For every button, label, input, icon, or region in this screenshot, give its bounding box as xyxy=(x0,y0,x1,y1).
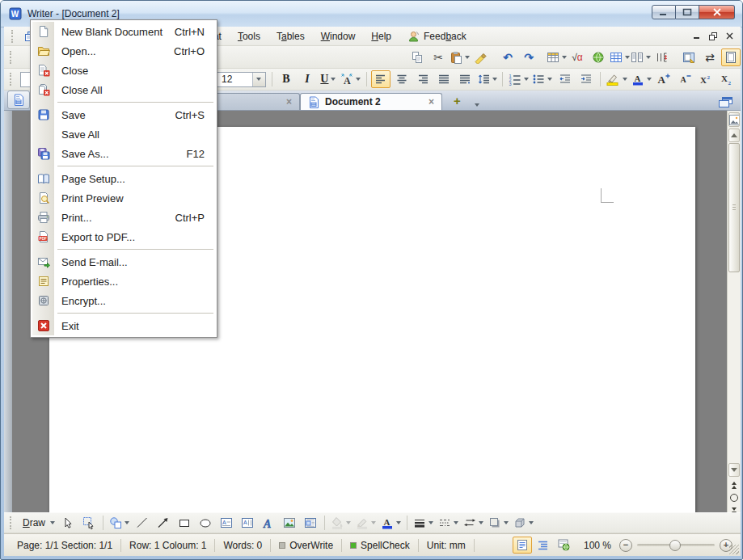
ellipse-button[interactable] xyxy=(196,514,215,532)
dash-style-button[interactable] xyxy=(437,514,460,532)
tab-document-2[interactable]: Document 2 × xyxy=(300,93,442,110)
redo-button[interactable]: ↷ xyxy=(519,48,538,66)
undo-button[interactable]: ↶ xyxy=(498,48,517,66)
tab-close-icon[interactable]: × xyxy=(428,97,434,107)
page-layout-button[interactable] xyxy=(721,48,741,66)
decrease-indent-button[interactable] xyxy=(555,70,575,88)
menu-item-close[interactable]: Close xyxy=(31,61,217,80)
draw-font-color-button[interactable]: A xyxy=(379,514,403,532)
select-browse-object-button[interactable] xyxy=(728,491,740,504)
minimize-button[interactable] xyxy=(652,5,676,19)
toolbar-grip[interactable] xyxy=(10,516,15,529)
text-wrap-button[interactable] xyxy=(301,514,320,532)
zoom-slider[interactable] xyxy=(637,544,715,546)
arrow-button[interactable] xyxy=(154,514,173,532)
textbox-button[interactable]: A xyxy=(217,514,236,532)
menu-item-encrypt[interactable]: Encrypt... xyxy=(31,291,217,310)
bullets-button[interactable] xyxy=(531,70,554,88)
maximize-button[interactable] xyxy=(676,5,699,19)
next-page-button[interactable] xyxy=(728,504,740,512)
menu-item-open[interactable]: Open...Ctrl+O xyxy=(31,41,217,61)
paste-button[interactable] xyxy=(450,48,469,66)
outline-view-button[interactable] xyxy=(534,537,553,554)
menu-item-print[interactable]: Print...Ctrl+P xyxy=(31,208,217,227)
shapes-button[interactable] xyxy=(108,514,131,532)
document-list-button[interactable] xyxy=(7,91,30,109)
line-color-button[interactable] xyxy=(354,514,378,532)
scrollbar-thumb[interactable] xyxy=(728,143,740,272)
menu-item-close-all[interactable]: Close All xyxy=(31,80,217,99)
bold-button[interactable]: B xyxy=(277,70,296,88)
arrow-style-button[interactable] xyxy=(462,514,485,532)
previous-page-button[interactable] xyxy=(728,478,740,491)
scrollbar-options-button[interactable] xyxy=(728,112,740,127)
menu-item-properties[interactable]: Properties... xyxy=(31,272,217,291)
draw-menu-button[interactable]: Draw xyxy=(19,514,57,532)
menu-item-save-all[interactable]: Save All xyxy=(31,124,217,144)
preview-pane-button[interactable] xyxy=(679,48,699,66)
numbering-button[interactable]: 123 xyxy=(507,70,530,88)
line-style-button[interactable] xyxy=(412,514,435,532)
columns-button[interactable] xyxy=(631,48,650,66)
justify-button[interactable] xyxy=(434,70,454,88)
vertical-scrollbar[interactable] xyxy=(727,111,741,512)
zoom-out-button[interactable]: − xyxy=(619,539,632,552)
text-effects-button[interactable]: A xyxy=(340,70,362,88)
status-unit[interactable]: Unit: mm xyxy=(419,539,475,552)
rectangle-button[interactable] xyxy=(175,514,194,532)
tab-close-icon[interactable]: × xyxy=(286,97,292,107)
menu-item-export-to-pdf[interactable]: PDFExport to PDF... xyxy=(31,227,217,246)
status-spellcheck[interactable]: SpellCheck xyxy=(342,539,419,552)
toolbar-grip[interactable] xyxy=(11,30,17,43)
font-size-combo[interactable]: 12 xyxy=(217,72,266,87)
vertical-textbox-button[interactable]: A xyxy=(238,514,257,532)
tab-stops-button[interactable] xyxy=(652,48,671,66)
status-words[interactable]: Words: 0 xyxy=(215,539,271,552)
menu-help[interactable]: Help xyxy=(364,28,399,44)
web-view-button[interactable] xyxy=(555,537,574,554)
combo-dropdown-button[interactable] xyxy=(252,73,265,86)
menu-tables[interactable]: Tables xyxy=(269,28,312,44)
status-page[interactable]: Page: 1/1 Section: 1/1 xyxy=(9,539,121,552)
format-painter-button[interactable] xyxy=(471,48,490,66)
shrink-font-button[interactable]: A xyxy=(675,70,694,88)
hyperlink-button[interactable] xyxy=(589,48,608,66)
highlight-button[interactable] xyxy=(605,70,629,88)
status-overwrite[interactable]: OverWrite xyxy=(271,539,342,552)
document-restore-button[interactable] xyxy=(709,32,718,40)
formula-button[interactable]: √α xyxy=(568,48,587,66)
new-tab-button[interactable]: + xyxy=(447,91,467,109)
zoom-slider-handle[interactable] xyxy=(669,540,681,551)
status-row-column[interactable]: Row: 1 Coloum: 1 xyxy=(121,539,215,552)
font-color-button[interactable]: A xyxy=(630,70,652,88)
copy-button[interactable] xyxy=(407,48,427,66)
menu-item-new-blank-document[interactable]: New Blank DocumentCtrl+N xyxy=(31,22,217,41)
menu-tools[interactable]: Tools xyxy=(230,28,268,44)
fill-color-button[interactable] xyxy=(329,514,353,532)
wordart-button[interactable]: A xyxy=(259,514,278,532)
menu-feedback[interactable]: Feedback xyxy=(400,27,474,45)
superscript-button[interactable]: X2 xyxy=(696,70,716,88)
font-size-combo-value[interactable]: 12 xyxy=(217,74,252,85)
subscript-button[interactable]: X2 xyxy=(717,70,737,88)
underline-button[interactable]: U xyxy=(319,70,338,88)
increase-indent-button[interactable] xyxy=(576,70,596,88)
text-direction-button[interactable]: ⇄ xyxy=(700,48,720,66)
table-style-button[interactable] xyxy=(610,48,629,66)
menu-item-send-email[interactable]: Send E-mail... xyxy=(31,252,217,272)
select-objects-button[interactable] xyxy=(79,514,99,532)
menu-item-print-preview[interactable]: Print Preview xyxy=(31,188,217,208)
insert-table-button[interactable] xyxy=(547,48,566,66)
document-close-button[interactable] xyxy=(726,32,734,40)
align-center-button[interactable] xyxy=(392,70,412,88)
menu-window[interactable]: Window xyxy=(314,28,363,44)
resize-grip[interactable] xyxy=(729,545,739,554)
document-minimize-button[interactable] xyxy=(693,32,701,40)
align-right-button[interactable] xyxy=(413,70,433,88)
cut-button[interactable]: ✂ xyxy=(428,48,448,66)
distribute-button[interactable] xyxy=(455,70,475,88)
page-view-button[interactable] xyxy=(513,537,532,554)
select-button[interactable] xyxy=(58,514,78,532)
menu-item-exit[interactable]: Exit xyxy=(31,316,217,335)
align-left-button[interactable] xyxy=(371,70,390,88)
